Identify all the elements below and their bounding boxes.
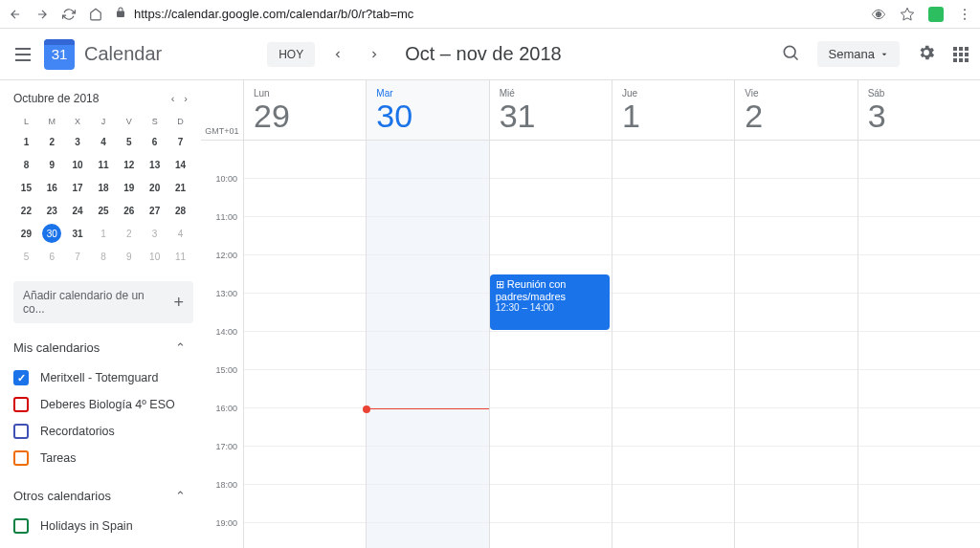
calendar-checkbox[interactable] (13, 518, 29, 534)
hour-slot[interactable] (367, 370, 488, 408)
hour-slot[interactable] (244, 332, 366, 370)
mini-day-cell[interactable]: 2 (116, 222, 142, 245)
day-column[interactable] (858, 141, 980, 548)
prev-period-button[interactable] (324, 41, 351, 68)
main-menu-button[interactable] (11, 43, 34, 66)
calendar-list-item[interactable]: Deberes Biología 4º ESO (13, 391, 193, 418)
mini-day-cell[interactable]: 20 (142, 176, 167, 199)
forward-icon[interactable] (34, 7, 50, 22)
hour-slot[interactable] (612, 370, 734, 408)
add-calendar-plus-icon[interactable]: + (166, 293, 184, 313)
mini-day-cell[interactable]: 10 (142, 245, 167, 268)
hour-slot[interactable] (612, 332, 734, 370)
hour-slot[interactable] (858, 217, 980, 255)
mini-day-cell[interactable]: 24 (65, 199, 91, 222)
hour-slot[interactable] (858, 255, 980, 294)
hour-slot[interactable] (735, 332, 857, 370)
hour-slot[interactable] (490, 485, 612, 523)
mini-day-cell[interactable]: 9 (39, 153, 65, 176)
settings-button[interactable] (917, 43, 936, 66)
mini-day-cell[interactable]: 23 (39, 199, 65, 222)
hour-slot[interactable] (367, 447, 488, 485)
star-icon[interactable] (900, 7, 915, 22)
mini-day-cell[interactable]: 21 (167, 176, 193, 199)
hour-slot[interactable] (244, 217, 366, 255)
hour-slot[interactable] (858, 332, 980, 370)
other-calendars-header[interactable]: Otros calendarios ⌃ (13, 489, 193, 503)
day-column[interactable] (243, 141, 366, 548)
hour-slot[interactable] (367, 408, 488, 447)
hour-slot[interactable] (244, 370, 366, 408)
calendar-checkbox[interactable] (13, 424, 29, 439)
hour-slot[interactable] (244, 179, 366, 217)
mini-day-cell[interactable]: 13 (142, 153, 167, 176)
mini-day-cell[interactable]: 17 (65, 176, 91, 199)
home-icon[interactable] (88, 7, 103, 22)
calendar-list-item[interactable]: Recordatorios (13, 418, 193, 445)
hour-slot[interactable] (858, 370, 980, 408)
hour-slot[interactable] (612, 485, 734, 523)
back-icon[interactable] (8, 7, 23, 22)
hour-slot[interactable] (367, 255, 488, 294)
mini-day-cell[interactable]: 28 (167, 199, 193, 222)
hour-slot[interactable] (367, 217, 488, 255)
calendar-checkbox[interactable] (13, 397, 29, 412)
mini-day-cell[interactable]: 3 (65, 130, 91, 153)
mini-day-cell[interactable]: 7 (167, 130, 193, 153)
mini-day-cell[interactable]: 5 (116, 130, 142, 153)
hour-slot[interactable] (735, 255, 857, 294)
hour-slot[interactable] (367, 523, 488, 548)
mini-day-cell[interactable]: 25 (91, 199, 117, 222)
hour-slot[interactable] (367, 294, 488, 332)
day-column[interactable]: ⊞ Reunión con padres/madres12:30 – 14:00 (489, 141, 612, 548)
hour-slot[interactable] (367, 485, 488, 523)
hour-slot[interactable] (735, 217, 857, 255)
hour-slot[interactable] (244, 294, 366, 332)
evernote-icon[interactable] (928, 7, 944, 22)
mini-day-cell[interactable]: 15 (13, 176, 39, 199)
hour-slot[interactable] (735, 408, 857, 447)
hour-slot[interactable] (612, 255, 734, 294)
hour-slot[interactable] (490, 447, 612, 485)
mini-day-cell[interactable]: 3 (142, 222, 167, 245)
calendar-event[interactable]: ⊞ Reunión con padres/madres12:30 – 14:00 (490, 274, 610, 330)
mini-day-cell[interactable]: 29 (13, 222, 39, 245)
mini-day-cell[interactable]: 5 (13, 245, 39, 268)
mini-day-cell[interactable]: 22 (13, 199, 39, 222)
hour-slot[interactable] (735, 179, 857, 217)
apps-button[interactable] (953, 47, 969, 62)
week-grid[interactable]: 10:0011:0012:0013:0014:0015:0016:0017:00… (201, 141, 980, 548)
hour-slot[interactable] (244, 141, 366, 179)
hour-slot[interactable] (490, 179, 612, 217)
mini-day-cell[interactable]: 27 (142, 199, 167, 222)
hour-slot[interactable] (612, 217, 734, 255)
hour-slot[interactable] (612, 179, 734, 217)
mini-day-cell[interactable]: 11 (91, 153, 117, 176)
hour-slot[interactable] (490, 332, 612, 370)
hour-slot[interactable] (735, 523, 857, 548)
hour-slot[interactable] (858, 408, 980, 447)
hour-slot[interactable] (858, 294, 980, 332)
mini-day-cell[interactable]: 4 (167, 222, 193, 245)
day-column[interactable] (734, 141, 857, 548)
my-calendars-header[interactable]: Mis calendarios ⌃ (13, 340, 193, 355)
mini-day-cell[interactable]: 7 (65, 245, 91, 268)
day-header[interactable]: Sáb3 (858, 80, 980, 140)
mini-day-cell[interactable]: 1 (91, 222, 117, 245)
day-header[interactable]: Mar30 (366, 80, 488, 140)
mini-day-cell[interactable]: 19 (116, 176, 142, 199)
hour-slot[interactable] (612, 294, 734, 332)
hour-slot[interactable] (735, 485, 857, 523)
hour-slot[interactable] (244, 523, 366, 548)
hour-slot[interactable] (244, 447, 366, 485)
hour-slot[interactable] (612, 408, 734, 447)
calendar-checkbox[interactable] (13, 450, 29, 466)
hour-slot[interactable] (858, 179, 980, 217)
day-header[interactable]: Lun29 (243, 80, 366, 140)
hour-slot[interactable] (367, 332, 488, 370)
address-bar[interactable]: https://calendar.google.com/calendar/b/0… (115, 7, 859, 21)
mini-day-cell[interactable]: 14 (167, 153, 193, 176)
mini-day-cell[interactable]: 30 (39, 222, 65, 245)
mini-day-cell[interactable]: 10 (65, 153, 91, 176)
mini-day-cell[interactable]: 8 (13, 153, 39, 176)
